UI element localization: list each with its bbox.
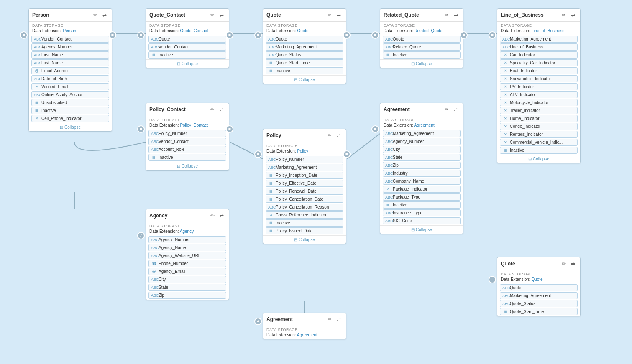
- share-icon-agreement2[interactable]: ⇌: [335, 316, 343, 323]
- handle-pc-left[interactable]: ⇌: [137, 125, 145, 133]
- field-lob-atv: ✕ATV_Indicator: [500, 91, 578, 98]
- field-lob-snowmobile: ✕Snowmobile_Indicator: [500, 75, 578, 82]
- share-icon-quote2[interactable]: ⇌: [569, 260, 577, 267]
- edit-icon-lob[interactable]: ✏: [560, 11, 568, 19]
- collapse-related-quote[interactable]: ⊟Collapse: [380, 59, 463, 68]
- handle-q-left[interactable]: ⇌: [254, 31, 262, 39]
- handle-lob-bottom[interactable]: ⇌: [489, 276, 496, 283]
- field-last-name: ABCLast_Name: [31, 59, 109, 66]
- field-lob-rv: ✕RV_Indicator: [500, 83, 578, 90]
- field-ag-insurance: ABCInsurance_Type: [383, 209, 461, 216]
- share-icon-quote-contact[interactable]: ⇌: [218, 11, 225, 19]
- card-title-agreement: Agreement: [384, 107, 410, 112]
- edit-icon-agreement[interactable]: ✏: [443, 106, 450, 113]
- share-icon-related-quote[interactable]: ⇌: [452, 11, 460, 19]
- edit-icon-quote-contact[interactable]: ✏: [209, 11, 216, 19]
- handle-lob-left[interactable]: ⇌: [489, 31, 496, 39]
- field-acy-name: ABCAgency_Name: [148, 244, 226, 251]
- field-qc-inactive: ▦Inactive: [148, 51, 226, 59]
- share-icon-policy-contact[interactable]: ⇌: [218, 106, 225, 113]
- card-title-agreement2: Agreement: [266, 316, 293, 322]
- collapse-quote[interactable]: ⊟Collapse: [263, 75, 346, 84]
- handle-qc-left[interactable]: ⇌: [137, 31, 145, 39]
- field-q2-status: ABCQuote_Status: [500, 300, 578, 307]
- handle-rq-left[interactable]: ⇌: [371, 31, 379, 39]
- field-acy-number: ABCAgency_Number: [148, 236, 226, 243]
- handle-pol-right[interactable]: ⇌: [343, 150, 351, 158]
- field-q2-marketing: ABCMarketing_Agreement: [500, 292, 578, 299]
- field-ag-state: ABCState: [383, 154, 461, 161]
- field-pol-inactive: ▦Inactive: [266, 219, 343, 227]
- field-unsubscribed: ▦Unsubscribed: [31, 99, 109, 106]
- field-pol-number: ABCPolicy_Number: [266, 156, 343, 163]
- card-policy-contact: Policy_Contact ✏ ⇌ DATA STORAGE Data Ext…: [146, 103, 229, 171]
- card-title-quote-contact: Quote_Contact: [149, 12, 185, 18]
- field-ag-pkg-indicator: ✕Package_Indicator: [383, 186, 461, 193]
- field-pc-inactive: ▦Inactive: [148, 154, 226, 161]
- field-pol-cross-ref: ✕Cross_Reference_Indicator: [266, 211, 343, 219]
- card-header-policy-contact: Policy_Contact ✏ ⇌: [146, 103, 229, 116]
- field-q2-quote: ABCQuote: [500, 284, 578, 291]
- field-lob-home: ✕Home_Indicator: [500, 115, 578, 122]
- field-icon-abc: ABC: [34, 37, 40, 41]
- field-rq-inactive: ▦Inactive: [383, 51, 461, 59]
- field-lob-condo: ✕Condo_Indicator: [500, 123, 578, 130]
- storage-label-person: DATA STORAGE: [29, 22, 112, 28]
- field-pol-renewal: ▦Policy_Renewal_Date: [266, 188, 343, 195]
- handle-rq-right[interactable]: ⇌: [460, 31, 468, 39]
- handle-pol-bottom[interactable]: ⇌: [254, 318, 262, 325]
- handle-person-right[interactable]: ⇌: [109, 31, 116, 39]
- share-icon-lob[interactable]: ⇌: [569, 11, 577, 19]
- card-title-related-quote: Related_Quote: [384, 12, 419, 18]
- card-header-quote: Quote ✏ ⇌: [263, 9, 346, 22]
- collapse-person[interactable]: ⊟Collapse: [29, 123, 112, 131]
- field-lob-lob: ABCLine_of_Business: [500, 43, 578, 51]
- card-quote: Quote ✏ ⇌ DATA STORAGE Data Extension: Q…: [263, 8, 346, 84]
- card-title-person: Person: [32, 12, 49, 18]
- card-header-quote2: Quote ✏ ⇌: [497, 257, 580, 270]
- handle-person-left[interactable]: ⇌: [20, 31, 28, 39]
- field-ag-company: ABCCompany_Name: [383, 178, 461, 185]
- field-date-of-birth: ABCDate_of_Birth: [31, 75, 109, 82]
- edit-icon-policy-contact[interactable]: ✏: [209, 106, 216, 113]
- field-pc-vendor: ABCVendor_Contact: [148, 138, 226, 145]
- share-icon-quote[interactable]: ⇌: [335, 11, 343, 19]
- share-icon-policy[interactable]: ⇌: [335, 132, 343, 139]
- field-q-marketing: ABCMarketing_Agreement: [266, 43, 343, 51]
- field-inactive-person: ▦Inactive: [31, 107, 109, 114]
- field-acy-city: ABCCity: [148, 276, 226, 283]
- field-online-acuity: ABCOnline_Acuity_Account: [31, 91, 109, 98]
- collapse-policy-contact[interactable]: ⊟Collapse: [146, 162, 229, 170]
- field-name: Vendor_Contact: [41, 37, 72, 41]
- field-acy-phone: ☎Phone_Number: [148, 260, 226, 267]
- handle-qc-right[interactable]: ⇌: [226, 31, 233, 39]
- field-ag-marketing: ABCMarketing_Agreement: [383, 130, 461, 137]
- handle-acy-left[interactable]: ⇌: [137, 232, 145, 239]
- collapse-quote-contact[interactable]: ⊟Collapse: [146, 59, 229, 68]
- field-ag-agency-num: ABCAgency_Number: [383, 138, 461, 145]
- edit-icon-quote[interactable]: ✏: [326, 11, 333, 19]
- collapse-lob[interactable]: ⊟Collapse: [497, 155, 580, 163]
- share-icon-person[interactable]: ⇌: [101, 11, 108, 19]
- handle-pol-left[interactable]: ⇌: [254, 150, 262, 158]
- handle-pc-right[interactable]: ⇌: [226, 125, 233, 133]
- handle-q-right[interactable]: ⇌: [343, 31, 351, 39]
- field-ag-industry: ABCIndustry: [383, 170, 461, 177]
- edit-icon-agreement2[interactable]: ✏: [326, 316, 333, 323]
- collapse-agreement[interactable]: ⊟Collapse: [380, 225, 463, 234]
- storage-detail-person: Data Extension: Person: [29, 28, 112, 35]
- handle-ag-left[interactable]: ⇌: [371, 125, 379, 133]
- edit-icon-person[interactable]: ✏: [92, 11, 99, 19]
- edit-icon-quote2[interactable]: ✏: [560, 260, 568, 267]
- edit-icon-related-quote[interactable]: ✏: [443, 11, 450, 19]
- edit-icon-agency[interactable]: ✏: [209, 212, 216, 219]
- field-q-start-time: ▦Quote_Start_Time: [266, 59, 343, 66]
- edit-icon-policy[interactable]: ✏: [326, 132, 333, 139]
- share-icon-agency[interactable]: ⇌: [218, 212, 225, 219]
- share-icon-agreement[interactable]: ⇌: [452, 106, 460, 113]
- field-ag-city: ABCCity: [383, 146, 461, 153]
- collapse-policy[interactable]: ⊟Collapse: [263, 235, 346, 244]
- field-acy-zip: ABCZip: [148, 292, 226, 299]
- field-lob-motorcycle: ✕Motorcycle_Indicator: [500, 99, 578, 106]
- field-lob-trailer: ✕Trailer_Indicator: [500, 107, 578, 114]
